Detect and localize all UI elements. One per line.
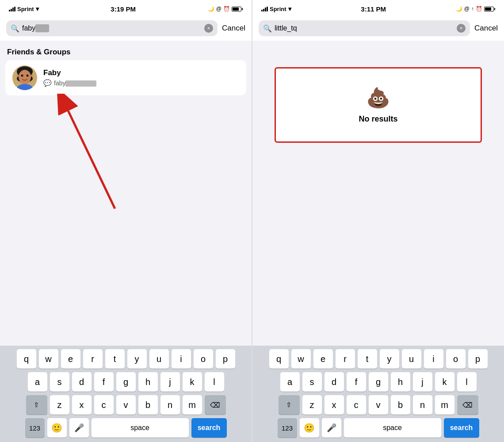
search-input-left[interactable]: faby xyxy=(22,24,202,32)
key-q-right[interactable]: q xyxy=(269,349,289,369)
key-y-left[interactable]: y xyxy=(127,349,147,369)
search-button-right[interactable]: search xyxy=(444,418,479,438)
key-t-left[interactable]: t xyxy=(105,349,125,369)
key-g-left[interactable]: g xyxy=(116,372,136,392)
battery-left xyxy=(232,7,243,11)
key-n-left[interactable]: n xyxy=(160,395,180,415)
left-panel: Sprint ▾ 3:19 PM 🌙 @ ⏰ 🔍 faby × Cancel xyxy=(0,0,252,442)
key-m-left[interactable]: m xyxy=(183,395,202,415)
key-b-right[interactable]: b xyxy=(391,395,410,415)
key-v-left[interactable]: v xyxy=(116,395,136,415)
key-x-right[interactable]: x xyxy=(325,395,344,415)
key-f-left[interactable]: f xyxy=(94,372,114,392)
key-j-right[interactable]: j xyxy=(413,372,432,392)
search-button-left[interactable]: search xyxy=(191,418,227,438)
keyboard-right: q w e r t y u i o p a s d f g h j k l ⇧ … xyxy=(252,346,504,442)
key-r-right[interactable]: r xyxy=(336,349,355,369)
key-k-left[interactable]: k xyxy=(183,372,202,392)
key-emoji-left[interactable]: 🙂 xyxy=(47,418,67,438)
signal-bars-right xyxy=(261,7,268,11)
key-m-right[interactable]: m xyxy=(435,395,454,415)
search-input-wrapper-right[interactable]: 🔍 little_tq × xyxy=(259,20,470,36)
key-a-left[interactable]: a xyxy=(28,372,47,392)
key-space-left[interactable]: space xyxy=(92,418,189,438)
key-d-left[interactable]: d xyxy=(72,372,92,392)
key-a-right[interactable]: a xyxy=(280,372,300,392)
search-input-wrapper-left[interactable]: 🔍 faby × xyxy=(6,20,218,36)
key-123-right[interactable]: 123 xyxy=(278,418,297,438)
svg-point-6 xyxy=(17,84,33,90)
key-f-right[interactable]: f xyxy=(347,372,366,392)
key-j-left[interactable]: j xyxy=(160,372,180,392)
alarm-icon-left: ⏰ xyxy=(223,6,230,12)
key-space-right[interactable]: space xyxy=(344,418,441,438)
key-v-right[interactable]: v xyxy=(369,395,388,415)
key-k-right[interactable]: k xyxy=(435,372,454,392)
key-z-left[interactable]: z xyxy=(50,395,69,415)
keyboard-row2-left: a s d f g h j k l xyxy=(0,372,252,392)
key-u-left[interactable]: u xyxy=(149,349,169,369)
key-backspace-left[interactable]: ⌫ xyxy=(205,395,226,415)
search-input-right[interactable]: little_tq xyxy=(275,24,454,32)
key-mic-left[interactable]: 🎤 xyxy=(69,418,89,438)
key-r-left[interactable]: r xyxy=(83,349,103,369)
key-g-right[interactable]: g xyxy=(369,372,388,392)
key-h-left[interactable]: h xyxy=(138,372,158,392)
svg-point-5 xyxy=(27,75,29,77)
key-b-left[interactable]: b xyxy=(138,395,158,415)
status-left-left: Sprint ▾ xyxy=(9,5,39,12)
clear-button-right[interactable]: × xyxy=(457,24,466,33)
key-q-left[interactable]: q xyxy=(17,349,36,369)
key-x-left[interactable]: x xyxy=(72,395,92,415)
key-d-right[interactable]: d xyxy=(325,372,344,392)
key-s-right[interactable]: s xyxy=(302,372,322,392)
key-o-left[interactable]: o xyxy=(194,349,213,369)
cancel-button-left[interactable]: Cancel xyxy=(222,24,245,33)
result-card-left[interactable]: Faby 💬 faby xyxy=(5,60,246,95)
svg-point-3 xyxy=(19,70,31,84)
key-w-right[interactable]: w xyxy=(291,349,311,369)
key-t-right[interactable]: t xyxy=(358,349,377,369)
key-i-right[interactable]: i xyxy=(424,349,443,369)
key-n-right[interactable]: n xyxy=(413,395,432,415)
key-y-right[interactable]: y xyxy=(380,349,399,369)
key-h-right[interactable]: h xyxy=(391,372,410,392)
key-l-right[interactable]: l xyxy=(457,372,477,392)
key-mic-right[interactable]: 🎤 xyxy=(322,418,341,438)
moon-icon-right: 🌙 xyxy=(456,6,462,12)
chat-icon-left: 💬 xyxy=(43,79,52,87)
result-username-left: faby xyxy=(54,80,96,87)
key-i-left[interactable]: i xyxy=(172,349,191,369)
key-u-right[interactable]: u xyxy=(402,349,421,369)
battery-right xyxy=(484,7,495,11)
time-left: 3:19 PM xyxy=(111,5,136,13)
key-o-right[interactable]: o xyxy=(446,349,466,369)
search-bar-area-right: 🔍 little_tq × Cancel xyxy=(252,16,504,41)
at-icon-right: @ xyxy=(464,6,470,12)
keyboard-row3-right: ⇧ z x c v b n m ⌫ xyxy=(252,395,504,415)
key-backspace-right[interactable]: ⌫ xyxy=(457,395,478,415)
key-c-right[interactable]: c xyxy=(347,395,366,415)
section-header-left: Friends & Groups xyxy=(0,41,252,60)
carrier-left: Sprint xyxy=(17,6,34,12)
key-p-left[interactable]: p xyxy=(216,349,235,369)
key-emoji-right[interactable]: 🙂 xyxy=(300,418,319,438)
no-results-emoji: 💩 xyxy=(366,86,390,109)
carrier-right: Sprint xyxy=(270,6,286,12)
key-123-left[interactable]: 123 xyxy=(25,418,45,438)
key-w-left[interactable]: w xyxy=(39,349,58,369)
key-l-left[interactable]: l xyxy=(205,372,224,392)
key-s-left[interactable]: s xyxy=(50,372,69,392)
key-z-right[interactable]: z xyxy=(302,395,322,415)
clear-button-left[interactable]: × xyxy=(204,24,213,33)
key-e-left[interactable]: e xyxy=(61,349,80,369)
arrow-annotation-left xyxy=(35,94,146,217)
key-p-right[interactable]: p xyxy=(468,349,488,369)
key-shift-right[interactable]: ⇧ xyxy=(279,395,300,415)
key-e-right[interactable]: e xyxy=(313,349,333,369)
key-shift-left[interactable]: ⇧ xyxy=(26,395,47,415)
cancel-button-right[interactable]: Cancel xyxy=(474,24,498,33)
status-left-right: Sprint ▾ xyxy=(261,5,291,12)
search-icon-right: 🔍 xyxy=(263,24,272,33)
key-c-left[interactable]: c xyxy=(94,395,114,415)
